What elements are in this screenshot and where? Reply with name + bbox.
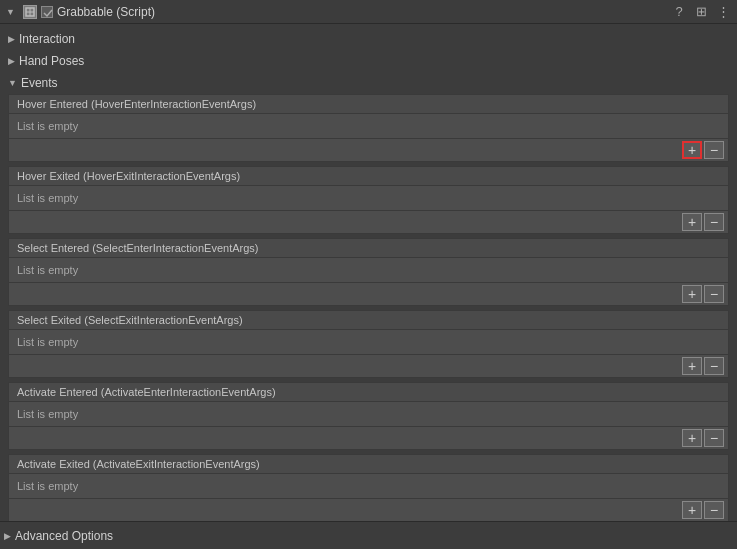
component-title: Grabbable (Script) bbox=[57, 5, 155, 19]
event-header-activate-exited: Activate Exited (ActivateExitInteraction… bbox=[8, 454, 729, 474]
remove-event-button-hover-entered[interactable]: − bbox=[704, 141, 724, 159]
list-empty-select-exited: List is empty bbox=[9, 330, 728, 354]
component-enabled-checkbox[interactable] bbox=[41, 6, 53, 18]
hand-poses-label: Hand Poses bbox=[19, 54, 84, 68]
events-label: Events bbox=[21, 76, 58, 90]
component-collapse-triangle[interactable]: ▼ bbox=[6, 7, 15, 17]
event-header-activate-entered: Activate Entered (ActivateEnterInteracti… bbox=[8, 382, 729, 402]
event-body-activate-exited: List is empty bbox=[8, 474, 729, 499]
add-event-button-activate-entered[interactable]: + bbox=[682, 429, 702, 447]
menu-icon[interactable]: ⋮ bbox=[715, 4, 731, 20]
event-footer-select-entered: + − bbox=[8, 283, 729, 306]
layout-icon[interactable]: ⊞ bbox=[693, 4, 709, 20]
component-icon bbox=[23, 5, 37, 19]
event-body-select-entered: List is empty bbox=[8, 258, 729, 283]
hand-poses-section[interactable]: ▶ Hand Poses bbox=[8, 50, 729, 72]
event-group-hover-exited: Hover Exited (HoverExitInteractionEventA… bbox=[8, 166, 729, 234]
event-body-select-exited: List is empty bbox=[8, 330, 729, 355]
component-content: ▶ Interaction ▶ Hand Poses ▼ Events Hove… bbox=[0, 24, 737, 530]
event-footer-activate-exited: + − bbox=[8, 499, 729, 522]
events-content: Hover Entered (HoverEnterInteractionEven… bbox=[8, 94, 729, 522]
list-empty-activate-entered: List is empty bbox=[9, 402, 728, 426]
events-section[interactable]: ▼ Events bbox=[8, 72, 729, 94]
title-bar-left: ▼ Grabbable (Script) bbox=[6, 5, 671, 19]
title-bar-right: ? ⊞ ⋮ bbox=[671, 4, 731, 20]
event-footer-activate-entered: + − bbox=[8, 427, 729, 450]
remove-event-button-select-exited[interactable]: − bbox=[704, 357, 724, 375]
event-header-hover-entered: Hover Entered (HoverEnterInteractionEven… bbox=[8, 94, 729, 114]
add-event-button-select-exited[interactable]: + bbox=[682, 357, 702, 375]
event-header-hover-exited: Hover Exited (HoverExitInteractionEventA… bbox=[8, 166, 729, 186]
event-group-activate-exited: Activate Exited (ActivateExitInteraction… bbox=[8, 454, 729, 522]
event-group-activate-entered: Activate Entered (ActivateEnterInteracti… bbox=[8, 382, 729, 450]
remove-event-button-hover-exited[interactable]: − bbox=[704, 213, 724, 231]
add-event-button-hover-exited[interactable]: + bbox=[682, 213, 702, 231]
remove-event-button-activate-entered[interactable]: − bbox=[704, 429, 724, 447]
list-empty-hover-exited: List is empty bbox=[9, 186, 728, 210]
add-event-button-select-entered[interactable]: + bbox=[682, 285, 702, 303]
event-footer-select-exited: + − bbox=[8, 355, 729, 378]
event-header-select-entered: Select Entered (SelectEnterInteractionEv… bbox=[8, 238, 729, 258]
add-event-button-activate-exited[interactable]: + bbox=[682, 501, 702, 519]
event-group-select-exited: Select Exited (SelectExitInteractionEven… bbox=[8, 310, 729, 378]
events-triangle: ▼ bbox=[8, 78, 17, 88]
advanced-options-triangle: ▶ bbox=[4, 531, 11, 541]
remove-event-button-select-entered[interactable]: − bbox=[704, 285, 724, 303]
list-empty-hover-entered: List is empty bbox=[9, 114, 728, 138]
help-icon[interactable]: ? bbox=[671, 4, 687, 20]
interaction-section[interactable]: ▶ Interaction bbox=[8, 28, 729, 50]
event-group-select-entered: Select Entered (SelectEnterInteractionEv… bbox=[8, 238, 729, 306]
event-footer-hover-entered: + − bbox=[8, 139, 729, 162]
add-event-button-hover-entered[interactable]: + bbox=[682, 141, 702, 159]
list-empty-select-entered: List is empty bbox=[9, 258, 728, 282]
interaction-label: Interaction bbox=[19, 32, 75, 46]
interaction-triangle: ▶ bbox=[8, 34, 15, 44]
title-bar: ▼ Grabbable (Script) ? ⊞ ⋮ bbox=[0, 0, 737, 24]
event-group-hover-entered: Hover Entered (HoverEnterInteractionEven… bbox=[8, 94, 729, 162]
list-empty-activate-exited: List is empty bbox=[9, 474, 728, 498]
event-body-hover-exited: List is empty bbox=[8, 186, 729, 211]
hand-poses-triangle: ▶ bbox=[8, 56, 15, 66]
remove-event-button-activate-exited[interactable]: − bbox=[704, 501, 724, 519]
event-body-hover-entered: List is empty bbox=[8, 114, 729, 139]
event-body-activate-entered: List is empty bbox=[8, 402, 729, 427]
event-footer-hover-exited: + − bbox=[8, 211, 729, 234]
advanced-options-label: Advanced Options bbox=[15, 529, 113, 543]
event-header-select-exited: Select Exited (SelectExitInteractionEven… bbox=[8, 310, 729, 330]
advanced-options-section[interactable]: ▶ Advanced Options bbox=[0, 521, 737, 549]
